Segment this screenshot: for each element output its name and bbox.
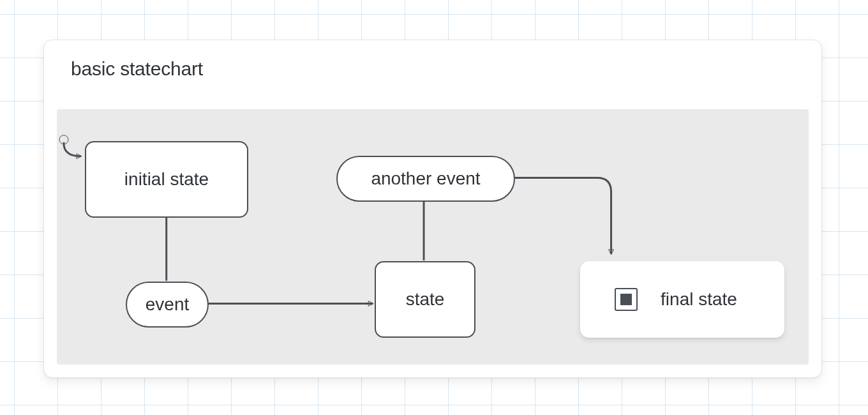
svg-point-0 <box>59 135 68 144</box>
state-node-final[interactable]: final state <box>580 261 784 338</box>
machine-title: basic statechart <box>71 58 203 79</box>
event-node-another[interactable]: another event <box>336 156 515 202</box>
final-state-icon <box>615 288 638 311</box>
state-node-state[interactable]: state <box>375 261 475 338</box>
machine-panel[interactable]: basic statechart <box>43 40 822 378</box>
grid-canvas[interactable]: basic statechart <box>0 0 868 415</box>
state-node-initial[interactable]: initial state <box>85 141 248 218</box>
state-label: initial state <box>124 169 209 190</box>
event-node-event[interactable]: event <box>126 282 209 328</box>
event-label: event <box>146 294 190 315</box>
state-label: state <box>406 289 445 310</box>
event-label: another event <box>371 169 480 189</box>
machine-header: basic statechart <box>44 40 821 85</box>
machine-body[interactable]: initial state event state another event … <box>57 109 809 365</box>
state-label: final state <box>661 289 737 310</box>
